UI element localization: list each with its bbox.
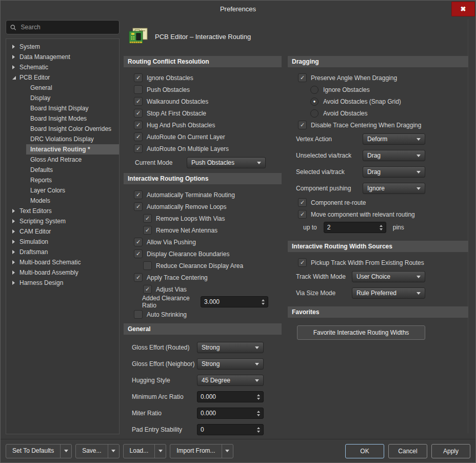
checkbox-icon[interactable]: ✓	[134, 273, 143, 282]
sidebar-item-board-insight-display[interactable]: Board Insight Display	[6, 103, 119, 113]
added-clearance-ratio-stepper[interactable]: 3.000	[201, 296, 268, 307]
spinner-arrows-icon[interactable]	[380, 225, 383, 230]
checkbox-allow-via-pushing[interactable]: ✓Allow Via Pushing	[124, 236, 282, 248]
sidebar-item-draftsman[interactable]: Draftsman	[6, 247, 119, 257]
gloss-effort-routed-select[interactable]: Strong	[197, 342, 264, 353]
chevron-down-icon[interactable]	[60, 445, 71, 458]
close-button[interactable]: ✖	[451, 2, 475, 16]
checkbox-component-re-route[interactable]: ✓Component re-route	[288, 197, 468, 208]
spinner-arrows-icon[interactable]	[257, 427, 260, 433]
ok-button[interactable]: OK	[345, 444, 384, 458]
radio-ignore-obstacles[interactable]: Ignore Obstacles	[288, 84, 468, 95]
checkbox-icon[interactable]: ✓	[134, 121, 143, 129]
apply-button[interactable]: Apply	[431, 444, 470, 458]
checkbox-icon[interactable]: ✓	[298, 258, 307, 267]
minimum-arc-ratio-stepper[interactable]: 0.000	[197, 391, 264, 402]
checkbox-icon[interactable]: ✓	[134, 238, 143, 246]
checkbox-icon[interactable]: ✓	[134, 202, 143, 211]
component-pushing-select[interactable]: Ignore	[363, 183, 425, 194]
checkbox-icon[interactable]: ✓	[143, 285, 152, 294]
up-to-pins-stepper[interactable]: 2	[324, 222, 386, 233]
checkbox-automatically-remove-loops[interactable]: ✓Automatically Remove Loops	[124, 201, 282, 213]
checkbox-icon[interactable]: ✓	[134, 73, 143, 82]
checkbox-apply-trace-centering[interactable]: ✓Apply Trace Centering	[124, 272, 282, 283]
checkbox-ignore-obstacles[interactable]: ✓Ignore Obstacles	[124, 72, 282, 84]
unselected-via-track-select[interactable]: Drag	[363, 150, 425, 161]
sidebar-item-board-insight-modes[interactable]: Board Insight Modes	[6, 113, 119, 124]
spinner-arrows-icon[interactable]	[262, 299, 265, 305]
sidebar-item-scripting-system[interactable]: Scripting System	[6, 216, 119, 226]
sidebar-item-layer-colors[interactable]: Layer Colors	[6, 185, 119, 196]
checkbox-walkaround-obstacles[interactable]: ✓Walkaround Obstacles	[124, 95, 282, 107]
chevron-down-icon[interactable]	[222, 445, 233, 458]
sidebar-item-multi-board-assembly[interactable]: Multi-board Assembly	[6, 267, 119, 278]
checkbox-auto-shrinking[interactable]: Auto Shrinking	[124, 308, 282, 320]
checkbox-icon[interactable]	[134, 310, 143, 319]
sidebar-item-cam-editor[interactable]: CAM Editor	[6, 226, 119, 237]
checkbox-icon[interactable]: ✓	[143, 214, 152, 223]
checkbox-stop-at-first-obstacle[interactable]: ✓Stop At First Obstacle	[124, 107, 282, 119]
checkbox-icon[interactable]: ✓	[134, 249, 143, 258]
checkbox-icon[interactable]: ✓	[134, 144, 143, 153]
search-box[interactable]	[6, 20, 120, 34]
title-bar[interactable]: Preferences ✖	[1, 1, 475, 17]
checkbox-icon[interactable]: ✓	[134, 190, 143, 199]
checkbox-display-clearance-boundaries[interactable]: ✓Display Clearance Boundaries	[124, 248, 282, 260]
sidebar-item-board-insight-color-overrides[interactable]: Board Insight Color Overrides	[6, 124, 119, 134]
checkbox-preserve-angle-when-dragging[interactable]: ✓Preserve Angle When Dragging	[288, 72, 468, 84]
spinner-arrows-icon[interactable]	[257, 411, 260, 416]
checkbox-pickup-track-width[interactable]: ✓Pickup Track Width From Existing Routes	[288, 257, 468, 268]
checkbox-push-obstacles[interactable]: Push Obstacles	[124, 84, 282, 95]
sidebar-item-models[interactable]: Models	[6, 196, 119, 206]
set-to-defaults-button[interactable]: Set To Defaults	[6, 444, 72, 458]
sidebar-item-drc-violations-display[interactable]: DRC Violations Display	[6, 134, 119, 144]
checkbox-remove-loops-with-vias[interactable]: ✓Remove Loops With Vias	[124, 213, 282, 224]
checkbox-icon[interactable]: ✓	[134, 109, 143, 118]
sidebar-item-interactive-routing[interactable]: Interactive Routing *	[26, 144, 119, 155]
checkbox-autoroute-current-layer[interactable]: ✓AutoRoute On Current Layer	[124, 131, 282, 143]
checkbox-icon[interactable]: ✓	[298, 73, 307, 82]
checkbox-icon[interactable]: ✓	[134, 97, 143, 106]
checkbox-reduce-clearance-display-area[interactable]: Reduce Clearance Display Area	[124, 260, 282, 272]
sidebar-item-general[interactable]: General	[6, 83, 119, 93]
checkbox-icon[interactable]	[134, 85, 143, 94]
checkbox-icon[interactable]: ✓	[298, 121, 307, 129]
sidebar-item-display[interactable]: Display	[6, 93, 119, 103]
import-from-button[interactable]: Import From...	[170, 444, 233, 458]
spinner-arrows-icon[interactable]	[257, 394, 260, 400]
load-button[interactable]: Load...	[123, 444, 167, 458]
miter-ratio-stepper[interactable]: 0.000	[197, 408, 264, 419]
sidebar-item-system[interactable]: System	[6, 42, 119, 52]
sidebar-item-harness-design[interactable]: Harness Design	[6, 278, 119, 288]
vertex-action-select[interactable]: Deform	[363, 133, 425, 145]
sidebar-item-gloss-and-retrace[interactable]: Gloss And Retrace	[6, 155, 119, 165]
checkbox-icon[interactable]: ✓	[298, 198, 307, 207]
gloss-effort-neighbor-select[interactable]: Strong	[197, 358, 264, 370]
hugging-style-select[interactable]: 45 Degree	[197, 375, 264, 386]
sidebar-item-simulation[interactable]: Simulation	[6, 237, 119, 247]
sidebar-item-reports[interactable]: Reports	[6, 175, 119, 185]
checkbox-icon[interactable]: ✓	[143, 226, 152, 235]
sidebar-item-text-editors[interactable]: Text Editors	[6, 206, 119, 216]
save-button[interactable]: Save...	[75, 444, 119, 458]
sidebar-item-multi-board-schematic[interactable]: Multi-board Schematic	[6, 257, 119, 267]
chevron-down-icon[interactable]	[154, 445, 166, 458]
radio-icon[interactable]: ●	[310, 98, 319, 106]
radio-icon[interactable]	[310, 109, 319, 118]
sidebar-item-defaults[interactable]: Defaults	[6, 165, 119, 175]
checkbox-automatically-terminate-routing[interactable]: ✓Automatically Terminate Routing	[124, 189, 282, 201]
cancel-button[interactable]: Cancel	[388, 444, 427, 458]
selected-via-track-select[interactable]: Drag	[363, 166, 425, 178]
checkbox-adjust-vias[interactable]: ✓Adjust Vias	[124, 283, 282, 295]
radio-avoid-obstacles-snap-grid[interactable]: ●Avoid Obstacles (Snap Grid)	[288, 95, 468, 107]
search-input[interactable]	[20, 23, 115, 31]
current-mode-select[interactable]: Push Obstacles	[187, 157, 266, 168]
pad-entry-stability-stepper[interactable]: 0	[197, 424, 264, 435]
chevron-down-icon[interactable]	[108, 445, 119, 458]
checkbox-autoroute-multiple-layers[interactable]: ✓AutoRoute On Multiple Layers	[124, 143, 282, 155]
radio-avoid-obstacles[interactable]: Avoid Obstacles	[288, 107, 468, 119]
checkbox-remove-net-antennas[interactable]: ✓Remove Net Antennas	[124, 224, 282, 236]
checkbox-icon[interactable]	[143, 261, 152, 270]
checkbox-icon[interactable]: ✓	[134, 132, 143, 141]
track-width-mode-select[interactable]: User Choice	[352, 271, 425, 282]
